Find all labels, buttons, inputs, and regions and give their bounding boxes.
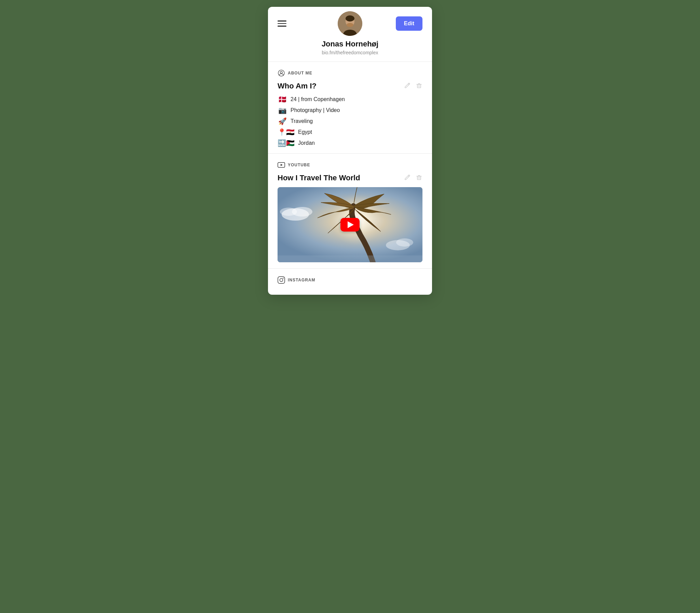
bio-emoji-4: 📍🇪🇬: [278, 128, 295, 136]
bio-item-5: 🔜🇯🇴 Jordan: [278, 139, 422, 147]
about-me-title: Who Am I?: [278, 82, 317, 91]
about-me-icon: [278, 69, 285, 77]
bio-item-3: 🚀 Traveling: [278, 117, 422, 125]
youtube-title-row: How I Travel The World: [278, 173, 422, 182]
about-me-label: ABOUT ME: [288, 71, 313, 76]
svg-rect-9: [417, 176, 421, 180]
profile-name: Jonas Hornehøj: [275, 40, 425, 49]
bio-list: 🇩🇰 24 | from Copenhagen 📷 Photography | …: [278, 95, 422, 147]
about-me-title-row: Who Am I?: [278, 82, 422, 91]
youtube-play-button[interactable]: [341, 218, 359, 232]
instagram-header: INSTAGRAM: [278, 276, 422, 284]
menu-button[interactable]: [278, 21, 287, 27]
svg-point-2: [346, 15, 354, 22]
svg-rect-17: [278, 256, 422, 262]
youtube-icon: [278, 161, 285, 169]
youtube-actions: [404, 174, 422, 182]
phone-container: Edit Jonas Hornehøj bio.fm/thefreedomcom…: [268, 7, 432, 295]
about-me-section: ABOUT ME Who Am I?: [268, 62, 432, 154]
bio-emoji-3: 🚀: [278, 117, 287, 125]
delete-youtube-button[interactable]: [416, 174, 422, 182]
bio-emoji-2: 📷: [278, 106, 287, 114]
bio-text-2: Photography | Video: [291, 107, 340, 113]
profile-info: Jonas Hornehøj bio.fm/thefreedomcomplex: [268, 36, 432, 62]
bio-text-4: Egypt: [298, 129, 312, 135]
svg-point-20: [283, 278, 283, 278]
youtube-section: YOUTUBE How I Travel The World: [268, 154, 432, 269]
bio-item-2: 📷 Photography | Video: [278, 106, 422, 114]
delete-about-me-button[interactable]: [416, 82, 422, 91]
video-thumbnail[interactable]: [278, 187, 422, 262]
bio-text-5: Jordan: [298, 140, 315, 146]
youtube-title: How I Travel The World: [278, 173, 360, 182]
about-me-header: ABOUT ME: [278, 69, 422, 77]
svg-point-6: [280, 71, 282, 74]
svg-point-3: [347, 23, 353, 27]
youtube-header: YOUTUBE: [278, 161, 422, 169]
svg-point-16: [396, 238, 413, 247]
edit-button[interactable]: Edit: [396, 16, 422, 31]
instagram-section: INSTAGRAM: [268, 269, 432, 295]
youtube-label: YOUTUBE: [288, 162, 310, 167]
svg-rect-18: [278, 277, 285, 284]
header: Edit: [268, 7, 432, 36]
bio-emoji-1: 🇩🇰: [278, 95, 287, 103]
edit-youtube-button[interactable]: [404, 174, 411, 182]
bio-text-1: 24 | from Copenhagen: [291, 96, 345, 102]
bio-item-1: 🇩🇰 24 | from Copenhagen: [278, 95, 422, 103]
svg-rect-7: [417, 84, 421, 88]
avatar: [338, 11, 362, 36]
bio-text-3: Traveling: [291, 118, 313, 124]
bio-item-4: 📍🇪🇬 Egypt: [278, 128, 422, 136]
instagram-icon: [278, 276, 285, 284]
profile-url[interactable]: bio.fm/thefreedomcomplex: [275, 50, 425, 55]
avatar-wrapper: [338, 11, 362, 36]
bio-emoji-5: 🔜🇯🇴: [278, 139, 295, 147]
about-me-actions: [404, 82, 422, 91]
svg-point-14: [280, 208, 297, 216]
edit-about-me-button[interactable]: [404, 82, 411, 91]
instagram-label: INSTAGRAM: [288, 278, 315, 283]
svg-point-19: [280, 279, 283, 282]
